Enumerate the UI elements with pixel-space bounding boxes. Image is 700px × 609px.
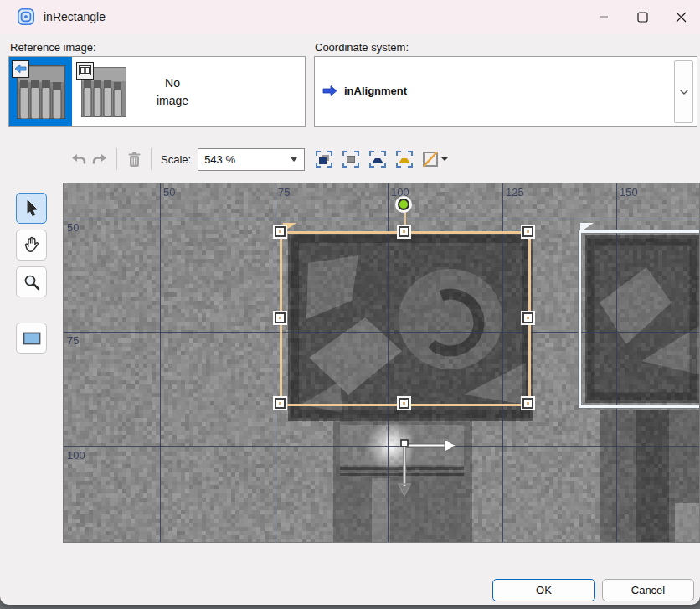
maximize-icon: [637, 12, 648, 23]
fill-mode-button[interactable]: [420, 147, 449, 171]
toolbar-separator: [116, 148, 117, 170]
magnifier-icon: [23, 274, 40, 291]
scale-combobox[interactable]: 543 %: [198, 148, 305, 171]
rectangle-icon: [23, 332, 41, 345]
undo-button[interactable]: [67, 147, 89, 171]
titlebar: inRectangle: [0, 0, 700, 34]
arrow-right-icon: [322, 85, 337, 97]
coordinate-system-label: Coordinate system:: [315, 41, 409, 54]
minimize-icon: [599, 12, 609, 22]
filmstrip-icon: [76, 62, 94, 80]
rectangle-tool-button[interactable]: [16, 323, 47, 354]
redo-icon: [91, 152, 109, 166]
scale-value: 543 %: [204, 153, 291, 166]
no-fill-icon: [421, 150, 440, 168]
maximize-button[interactable]: [623, 0, 661, 34]
redo-button[interactable]: [89, 147, 111, 171]
fill-mode-caret-icon: [441, 157, 448, 161]
select-tool-button[interactable]: [16, 193, 47, 224]
scale-label: Scale:: [161, 153, 191, 166]
cancel-button[interactable]: Cancel: [602, 579, 694, 601]
fit-selection-icon: [394, 149, 414, 169]
fit-image-icon: [314, 149, 334, 169]
hand-icon: [23, 236, 40, 254]
fit-region-button[interactable]: [340, 147, 362, 171]
app-icon: [18, 8, 34, 25]
canvas-panel: 50751001251505075100: [63, 183, 700, 543]
fit-primitive-icon: [368, 149, 388, 169]
window-title: inRectangle: [44, 10, 106, 23]
delete-button[interactable]: [123, 147, 145, 171]
coordinate-system-value: inAlignment: [344, 85, 407, 97]
reference-image-panel: No image: [8, 56, 306, 127]
pan-tool-button[interactable]: [16, 230, 47, 261]
trash-icon: [127, 152, 142, 168]
coordinate-dropdown-button[interactable]: [674, 60, 693, 123]
inrectangle-dialog: inRectangle Reference image: Coordinate …: [0, 0, 700, 605]
editor-toolbar: Scale: 543 %: [67, 144, 449, 174]
combo-caret-icon: [291, 157, 297, 162]
undo-icon: [69, 152, 87, 166]
toolbar-separator: [151, 148, 152, 170]
zoom-tool-button[interactable]: [16, 266, 47, 297]
fit-primitive-button[interactable]: [367, 147, 389, 171]
no-image-option[interactable]: No image: [135, 57, 210, 126]
film-sequence-thumb[interactable]: [72, 57, 135, 126]
fit-image-button[interactable]: [313, 147, 335, 171]
close-icon: [676, 12, 687, 23]
fit-selection-button[interactable]: [394, 147, 415, 171]
fit-region-icon: [341, 149, 361, 169]
chevron-down-icon: [679, 89, 689, 95]
reference-image-label: Reference image:: [10, 41, 96, 54]
image-canvas[interactable]: [64, 183, 699, 542]
ok-button[interactable]: OK: [492, 579, 595, 601]
coordinate-system-dropdown[interactable]: inAlignment: [314, 56, 697, 127]
close-button[interactable]: [661, 0, 700, 34]
arrow-left-icon: [12, 60, 29, 78]
cursor-icon: [24, 199, 39, 217]
minimize-button[interactable]: [584, 0, 623, 34]
reference-thumb-selected[interactable]: [9, 57, 72, 126]
